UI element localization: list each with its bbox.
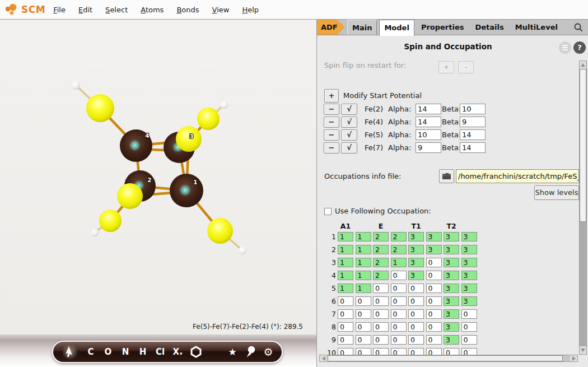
occupation-cell[interactable]: 1 xyxy=(338,284,353,293)
atom-s[interactable] xyxy=(117,183,143,209)
check-row-button[interactable]: √ xyxy=(341,104,357,115)
occupation-cell[interactable]: 0 xyxy=(338,335,353,345)
cursor-tool-icon[interactable] xyxy=(62,344,78,360)
menu-select[interactable]: Select xyxy=(105,6,128,14)
occupation-cell[interactable]: 1 xyxy=(356,271,371,280)
atom-s[interactable] xyxy=(86,94,114,122)
scroll-down-icon[interactable] xyxy=(580,346,586,354)
occupation-cell[interactable]: 0 xyxy=(373,284,389,293)
remove-row-button[interactable]: − xyxy=(324,142,339,154)
vertical-scrollbar-thumb[interactable] xyxy=(580,69,586,222)
occupation-cell[interactable]: 0 xyxy=(338,309,353,319)
occupation-cell[interactable]: 0 xyxy=(391,322,407,332)
oxygen-tool-button[interactable]: O xyxy=(103,344,113,360)
occupation-cell[interactable]: 3 xyxy=(444,296,459,306)
occupation-cell[interactable]: 3 xyxy=(444,335,459,345)
element-x-tool-button[interactable]: X▾ xyxy=(172,344,183,360)
alpha-input[interactable] xyxy=(416,129,441,140)
occupation-cell[interactable]: 1 xyxy=(356,232,371,241)
occupation-cell[interactable]: 0 xyxy=(426,271,442,280)
ring-tool-icon[interactable] xyxy=(190,344,202,360)
occupation-cell[interactable]: 0 xyxy=(373,322,389,332)
atom-s[interactable] xyxy=(99,210,122,232)
occupation-cell[interactable]: 0 xyxy=(408,309,424,319)
occupation-cell[interactable]: 0 xyxy=(338,322,353,332)
occupation-cell[interactable]: 0 xyxy=(373,335,389,345)
horizontal-scrollbar[interactable] xyxy=(319,355,578,362)
occupation-cell[interactable]: 3 xyxy=(461,245,477,254)
occupation-cell[interactable]: 0 xyxy=(408,322,424,332)
tab-adf[interactable]: ADF xyxy=(317,20,345,35)
occupation-cell[interactable]: 1 xyxy=(391,258,407,267)
occupation-cell[interactable]: 2 xyxy=(391,232,407,241)
scroll-right-icon[interactable] xyxy=(570,355,577,361)
occupation-cell[interactable]: 3 xyxy=(408,245,424,254)
occupations-path-input[interactable] xyxy=(456,169,579,183)
spin-flip-add-button[interactable]: + xyxy=(438,61,454,73)
occupation-cell[interactable]: 3 xyxy=(444,232,459,241)
scroll-up-icon[interactable] xyxy=(580,61,586,69)
check-row-button[interactable]: √ xyxy=(341,129,357,141)
spin-flip-remove-button[interactable]: - xyxy=(458,61,474,73)
occupation-cell[interactable]: 0 xyxy=(391,271,407,280)
occupation-cell[interactable]: 3 xyxy=(408,232,424,241)
vertical-scrollbar[interactable] xyxy=(579,61,587,355)
chlorine-tool-button[interactable]: Cl xyxy=(155,344,165,360)
atom-h[interactable] xyxy=(71,81,80,90)
folder-icon[interactable] xyxy=(439,169,454,183)
atom-s[interactable] xyxy=(176,126,202,152)
hydrogen-tool-button[interactable]: H xyxy=(138,344,148,360)
horizontal-scrollbar-thumb[interactable] xyxy=(328,355,563,361)
menu-edit[interactable]: Edit xyxy=(78,6,92,14)
occupation-cell[interactable]: 0 xyxy=(426,322,442,332)
menu-bonds[interactable]: Bonds xyxy=(176,6,199,14)
atom-h[interactable] xyxy=(220,101,228,109)
occupation-cell[interactable]: 3 xyxy=(461,271,477,280)
beta-input[interactable] xyxy=(460,142,486,153)
occupation-cell[interactable]: 3 xyxy=(461,258,477,267)
menu-atoms[interactable]: Atoms xyxy=(141,6,164,14)
occupation-cell[interactable]: 0 xyxy=(408,335,424,345)
settings-tool-icon[interactable]: ⚙ xyxy=(263,344,273,360)
occupation-cell[interactable]: 0 xyxy=(356,296,371,306)
occupation-cell[interactable]: 3 xyxy=(444,271,459,280)
atom-h[interactable] xyxy=(239,247,246,254)
occupation-cell[interactable]: 1 xyxy=(356,258,371,267)
occupation-cell[interactable]: 0 xyxy=(408,296,424,306)
occupation-cell[interactable]: 3 xyxy=(461,284,477,293)
occupation-cell[interactable]: 0 xyxy=(356,309,371,319)
occupation-cell[interactable]: 0 xyxy=(408,284,424,293)
occupation-cell[interactable]: 1 xyxy=(356,245,371,254)
occupation-cell[interactable]: 0 xyxy=(461,309,477,319)
search-icon[interactable] xyxy=(573,22,584,32)
occupation-cell[interactable]: 3 xyxy=(444,258,459,267)
occupation-cell[interactable]: 0 xyxy=(338,296,353,306)
occupation-cell[interactable]: 0 xyxy=(426,296,442,306)
help-icon[interactable]: ? xyxy=(573,41,586,54)
scroll-left-icon[interactable] xyxy=(320,355,327,361)
tab-properties[interactable]: Properties xyxy=(417,20,469,35)
alpha-input[interactable] xyxy=(416,142,441,153)
occupation-cell[interactable]: 3 xyxy=(444,245,459,254)
occupation-cell[interactable]: 0 xyxy=(373,296,389,306)
alpha-input[interactable] xyxy=(416,117,441,127)
occupation-cell[interactable]: 0 xyxy=(426,335,442,345)
beta-input[interactable] xyxy=(460,104,486,114)
menu-help[interactable]: Help xyxy=(242,6,259,14)
occupation-cell[interactable]: 2 xyxy=(391,245,407,254)
occupation-cell[interactable]: 1 xyxy=(338,258,353,267)
occupation-cell[interactable]: 0 xyxy=(391,309,407,319)
occupation-cell[interactable]: 0 xyxy=(356,335,371,345)
occupation-cell[interactable]: 2 xyxy=(373,232,389,241)
occupation-cell[interactable]: 0 xyxy=(461,335,477,345)
occupation-cell[interactable]: 3 xyxy=(408,258,424,267)
occupation-cell[interactable]: 3 xyxy=(461,232,477,241)
show-levels-button[interactable]: Show levels xyxy=(534,185,579,200)
occupation-cell[interactable]: 0 xyxy=(356,322,371,332)
atom-s[interactable] xyxy=(207,218,233,244)
occupation-cell[interactable]: 1 xyxy=(338,245,353,254)
beta-input[interactable] xyxy=(460,117,486,127)
pointer-tool-icon[interactable] xyxy=(245,344,256,360)
occupation-cell[interactable]: 2 xyxy=(373,245,389,254)
occupation-cell[interactable]: 3 xyxy=(426,245,442,254)
